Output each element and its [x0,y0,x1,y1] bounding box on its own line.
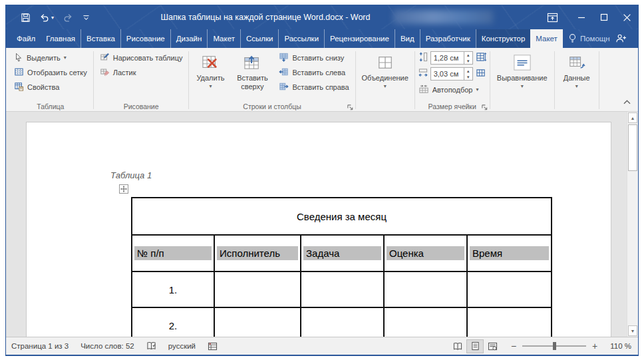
zoom-level[interactable]: 110 % [603,342,631,350]
tab-references[interactable]: Ссылки [240,29,279,48]
collapse-ribbon-icon[interactable] [623,96,631,108]
cell-size-dialog-launcher-icon[interactable] [481,102,489,110]
close-button[interactable] [615,5,638,29]
data-button[interactable]: Данные ▾ [558,51,595,100]
account-badge-blurred [393,10,493,24]
page-indicator[interactable]: Страница 1 из 3 [11,342,75,350]
read-mode-icon[interactable] [449,339,466,353]
tab-table-layout-active[interactable]: Макет [530,29,563,48]
draw-table-button[interactable]: Нарисовать таблицу [97,51,186,65]
document-page[interactable]: Таблица 1 Сведения за месяц № п/п Исполн… [26,122,611,337]
tab-review[interactable]: Рецензирование [324,29,395,48]
share-person-icon[interactable] [615,33,627,45]
header-text-highlighted: Оценка [387,246,464,260]
insert-below-icon [279,53,289,63]
insert-left-button[interactable]: Вставить слева [276,65,351,80]
tab-table-design[interactable]: Конструктор [476,29,531,48]
table-move-handle[interactable] [119,184,128,194]
view-switcher [449,339,501,353]
tab-layout[interactable]: Макет [207,29,240,48]
document-table[interactable]: Сведения за месяц № п/п Исполнитель Зада… [131,197,552,337]
tab-view[interactable]: Вид [395,29,420,48]
tab-mailings[interactable]: Рассылки [278,29,324,48]
table-title-cell[interactable]: Сведения за месяц [132,198,552,235]
group-data: Данные ▾ [555,50,599,111]
insert-right-button[interactable]: Вставить справа [276,80,351,94]
group-cell-size: 1,28 см ▲▼ 3,03 см ▲▼ Авто [415,50,490,111]
empty-cell[interactable] [467,271,552,307]
zoom-slider[interactable] [522,345,586,347]
header-cell[interactable]: № п/п [132,235,214,271]
zoom-slider-thumb[interactable] [553,342,556,350]
insert-below-button[interactable]: Вставить снизу [276,51,351,65]
rows-cols-dialog-launcher-icon[interactable] [347,102,355,110]
row-height-value: 1,28 см [434,54,459,62]
insert-above-button[interactable]: Вставить сверху [232,51,272,100]
header-text-highlighted: Задача [303,246,381,260]
column-width-spin-arrows[interactable]: ▲▼ [464,68,472,80]
scroll-up-icon[interactable]: ▲ [628,112,637,123]
group-table: Выделить▾ Отобразить сетку Свойства Табл… [8,50,93,111]
web-layout-icon[interactable] [484,339,501,353]
tab-draw[interactable]: Рисование [120,29,170,48]
insert-left-icon [279,67,289,78]
delete-button[interactable]: Удалить ▾ [192,51,228,100]
row-height-spin-arrows[interactable]: ▲▼ [464,52,472,64]
language-indicator[interactable]: русский [162,342,202,350]
empty-cell[interactable] [301,271,384,307]
group-draw: Нарисовать таблицу Ластик Рисование [94,50,189,111]
table-properties-icon [14,82,24,92]
tell-me-assistant[interactable]: Помощн [563,29,615,48]
select-button[interactable]: Выделить▾ [11,51,90,65]
empty-cell[interactable] [301,307,384,337]
header-cell[interactable]: Время [467,235,552,271]
header-text-highlighted: Исполнитель [217,246,298,260]
proofing-icon[interactable] [140,341,162,351]
view-gridlines-button[interactable]: Отобразить сетку [11,65,90,80]
tab-design[interactable]: Дизайн [170,29,208,48]
scroll-down-icon[interactable]: ▼ [628,325,637,336]
group-label-cell-size: Размер ячейки [415,102,490,110]
autofit-button[interactable]: Автоподбор▾ [418,83,482,97]
row-number-cell[interactable]: 1. [132,271,214,307]
merge-button[interactable]: Объединение ▾ [359,51,411,100]
empty-cell[interactable] [384,307,467,337]
eraser-icon [100,67,110,78]
alignment-button[interactable]: Выравнивание ▾ [494,51,551,100]
scrollbar-thumb[interactable] [628,124,637,171]
header-cell[interactable]: Исполнитель [214,235,301,271]
minimize-button[interactable] [570,5,593,29]
macro-record-icon[interactable] [202,342,224,351]
ribbon-display-options-icon[interactable] [542,5,562,29]
column-width-spinner[interactable]: 3,03 см ▲▼ [430,67,473,81]
word-count[interactable]: Число слов: 52 [75,342,140,350]
insert-right-icon [279,82,289,92]
column-width-icon [418,68,428,81]
zoom-out-button[interactable]: − [510,341,517,351]
header-cell[interactable]: Задача [301,235,384,271]
vertical-scrollbar[interactable]: ▲ ▼ [627,112,638,337]
empty-cell[interactable] [467,307,552,337]
header-cell[interactable]: Оценка [384,235,467,271]
print-layout-icon[interactable] [466,339,484,353]
tab-file[interactable]: Файл [11,29,41,48]
row-height-spinner[interactable]: 1,28 см ▲▼ [430,51,473,65]
table-properties-button[interactable]: Свойства [11,80,90,94]
distribute-columns-icon[interactable] [476,68,486,81]
empty-cell[interactable] [214,271,301,307]
empty-cell[interactable] [384,271,467,307]
table-header-row: № п/п Исполнитель Задача Оценка Время [132,235,552,271]
merge-cells-icon [377,53,394,73]
row-number-cell[interactable]: 2. [132,307,214,337]
data-icon [568,53,585,73]
maximize-button[interactable] [593,5,615,29]
tab-developer[interactable]: Разработчик [420,29,476,48]
tab-home[interactable]: Главная [41,29,80,48]
tab-insert[interactable]: Вставка [80,29,120,48]
tell-me-label: Помощн [580,35,610,43]
distribute-rows-icon[interactable] [476,52,486,65]
document-area: Таблица 1 Сведения за месяц № п/п Исполн… [6,112,638,337]
empty-cell[interactable] [214,307,301,337]
eraser-button[interactable]: Ластик [97,65,186,80]
zoom-in-button[interactable]: + [591,341,598,351]
